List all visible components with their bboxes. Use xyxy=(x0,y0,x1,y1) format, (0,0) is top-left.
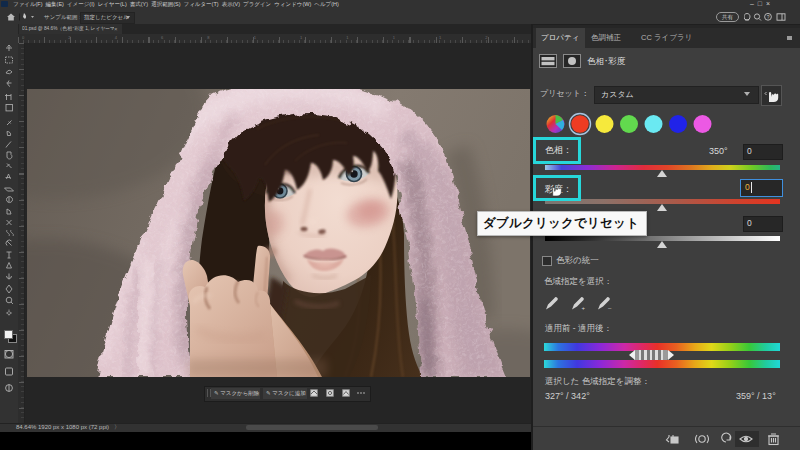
svg-text:+: + xyxy=(582,305,586,311)
svg-text:?: ? xyxy=(767,14,770,20)
svg-text:–: – xyxy=(608,305,612,311)
